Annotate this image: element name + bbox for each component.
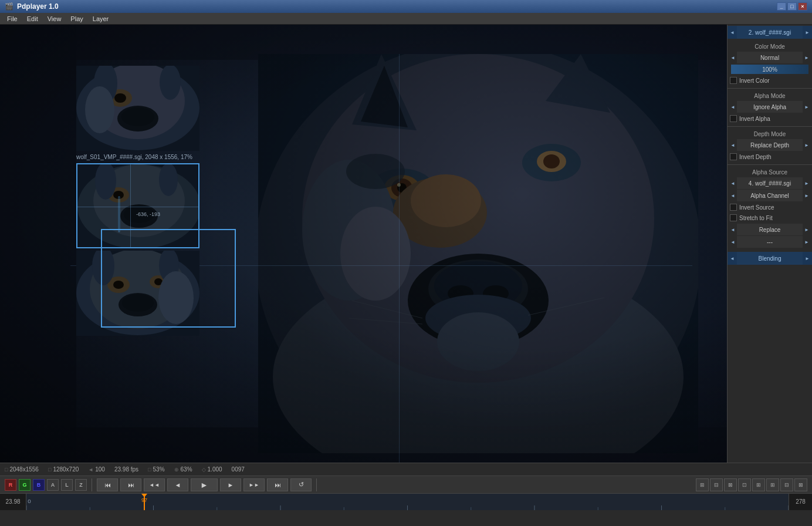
extra-btn-5[interactable]: ⊞ — [752, 478, 765, 491]
alpha-mode-prev[interactable]: ◄ — [729, 101, 737, 113]
invert-alpha-checkbox[interactable] — [730, 115, 737, 122]
color-mode-title: Color Mode — [728, 42, 812, 51]
alpha-channel-label: Alpha Channel — [737, 193, 803, 199]
thumbnail-strip: wolf_S01_VMP_####.sgi, 2048 x 1556, 17% — [76, 66, 235, 336]
transport-bar: R G B A L Z ⏮ ⏭ ◄◄ ◄ ► ► ►► ⏭ ↺ ⊞ ⊟ ⊠ ⊡ … — [0, 476, 812, 493]
depth-mode-next[interactable]: ► — [803, 139, 811, 151]
dashes-next[interactable]: ► — [803, 236, 811, 248]
menu-file[interactable]: File — [2, 14, 22, 23]
transport-separator-1 — [92, 478, 92, 491]
invert-source-checkbox[interactable] — [730, 204, 737, 211]
stretch-to-fit-row: Stretch to Fit — [728, 213, 812, 223]
menu-bar: File Edit View Play Layer — [0, 13, 812, 25]
loop-button[interactable]: ↺ — [290, 478, 312, 491]
alpha-source-prev[interactable]: ◄ — [729, 177, 737, 189]
menu-layer[interactable]: Layer — [88, 14, 114, 23]
minimize-button[interactable]: _ — [777, 2, 786, 11]
divider-1 — [728, 88, 812, 89]
thumbnail-1-image — [76, 66, 199, 151]
alpha-mode-next[interactable]: ► — [803, 101, 811, 113]
alpha-source-title: Alpha Source — [728, 167, 812, 177]
svg-point-63 — [158, 271, 194, 324]
alpha-channel-next[interactable]: ► — [803, 190, 811, 201]
resolution-2-value: 1280x720 — [53, 466, 79, 473]
depth-mode-title: Depth Mode — [728, 129, 812, 139]
fps-item: 23.98 fps — [114, 466, 138, 473]
stretch-to-fit-checkbox[interactable] — [730, 214, 737, 221]
timeline-track[interactable]: 0 97 — [26, 494, 789, 510]
menu-play[interactable]: Play — [66, 14, 87, 23]
zoom1-icon: □ — [148, 467, 151, 473]
thumbnail-3-image — [76, 251, 199, 336]
replace-label: Replace — [737, 227, 803, 233]
volume-value: 100 — [95, 466, 105, 473]
depth-mode-prev[interactable]: ◄ — [729, 139, 737, 151]
color-mode-row: ◄ Normal ► — [729, 52, 811, 63]
menu-edit[interactable]: Edit — [22, 14, 43, 23]
skip-to-end-button[interactable]: ⏭ — [267, 478, 288, 491]
coords-display: -636, -193 — [136, 211, 160, 217]
thumbnail-3[interactable] — [76, 251, 199, 336]
layer-nav-section: ◄ 2. wolf_####.sgi ► — [728, 25, 812, 41]
volume-item: ◄ 100 — [88, 466, 105, 473]
close-button[interactable]: × — [798, 2, 807, 11]
thumbnail-1[interactable] — [76, 66, 199, 151]
invert-depth-checkbox[interactable] — [730, 153, 737, 160]
extra-btn-6[interactable]: ⊞ — [766, 478, 779, 491]
extra-btn-7[interactable]: ⊟ — [780, 478, 793, 491]
color-mode-prev[interactable]: ◄ — [729, 52, 737, 63]
replace-next[interactable]: ► — [803, 224, 811, 235]
layer-prev-arrow[interactable]: ◄ — [728, 26, 737, 39]
alpha-channel-prev[interactable]: ◄ — [729, 190, 737, 201]
invert-color-checkbox[interactable] — [730, 77, 737, 84]
skip-to-start-button[interactable]: ⏮ — [97, 478, 118, 491]
channel-r-button[interactable]: R — [5, 479, 16, 491]
invert-source-row: Invert Source — [728, 202, 812, 213]
step-fwd-button[interactable]: ►► — [243, 478, 265, 491]
alpha-mode-row: ◄ Ignore Alpha ► — [729, 101, 811, 113]
extra-btn-3[interactable]: ⊠ — [724, 478, 737, 491]
alpha-channel-row: ◄ Alpha Channel ► — [729, 190, 811, 201]
frame-item: 0097 — [232, 466, 245, 473]
viewer-grid-vertical — [399, 54, 400, 463]
divider-3 — [728, 164, 812, 165]
layer-next-arrow[interactable]: ► — [803, 26, 812, 39]
svg-point-56 — [113, 281, 124, 289]
timeline-ruler-svg: 0 — [26, 494, 789, 510]
frame-back-button[interactable]: ◄ — [167, 478, 188, 491]
window-controls[interactable]: _ □ × — [777, 2, 807, 11]
channel-z-button[interactable]: Z — [75, 479, 87, 491]
extra-btn-4[interactable]: ⊡ — [738, 478, 751, 491]
step-back-button[interactable]: ◄◄ — [144, 478, 165, 491]
viewer-area[interactable]: wolf_S01_VMP_####.sgi, 2048 x 1556, 17% — [0, 25, 727, 463]
replace-prev[interactable]: ◄ — [729, 224, 737, 235]
opacity-track[interactable]: 100% — [731, 65, 808, 74]
stretch-to-fit-label: Stretch to Fit — [739, 215, 773, 221]
dashes-prev[interactable]: ◄ — [729, 236, 737, 248]
resolution-1-value: 2048x1556 — [9, 466, 39, 473]
play-button[interactable]: ► — [191, 478, 218, 491]
channel-b-button[interactable]: B — [33, 479, 45, 491]
blending-next[interactable]: ► — [803, 252, 812, 265]
extra-btn-8[interactable]: ⊠ — [794, 478, 807, 491]
transport-separator-2 — [316, 478, 317, 491]
extra-btn-1[interactable]: ⊞ — [696, 478, 709, 491]
blending-prev[interactable]: ◄ — [728, 252, 737, 265]
channel-l-button[interactable]: L — [61, 479, 73, 491]
zoom2-item: ⊕ 63% — [174, 466, 192, 473]
thumbnail-2[interactable]: -636, -193 — [76, 163, 199, 248]
alpha-source-next[interactable]: ► — [803, 177, 811, 189]
svg-point-36 — [114, 93, 126, 103]
opacity-slider-container[interactable]: 100% — [731, 65, 808, 74]
maximize-button[interactable]: □ — [787, 2, 797, 11]
channel-g-button[interactable]: G — [19, 479, 31, 491]
frame-fwd-button[interactable]: ► — [220, 478, 241, 491]
extra-btn-2[interactable]: ⊟ — [710, 478, 723, 491]
channel-a-button[interactable]: A — [47, 479, 59, 491]
app-icon: 🎬 — [5, 2, 13, 11]
skip-prev-button[interactable]: ⏭ — [120, 478, 141, 491]
svg-point-40 — [160, 66, 181, 100]
menu-view[interactable]: View — [43, 14, 66, 23]
color-mode-next[interactable]: ► — [803, 52, 811, 63]
zoom2-value: 63% — [181, 466, 192, 473]
